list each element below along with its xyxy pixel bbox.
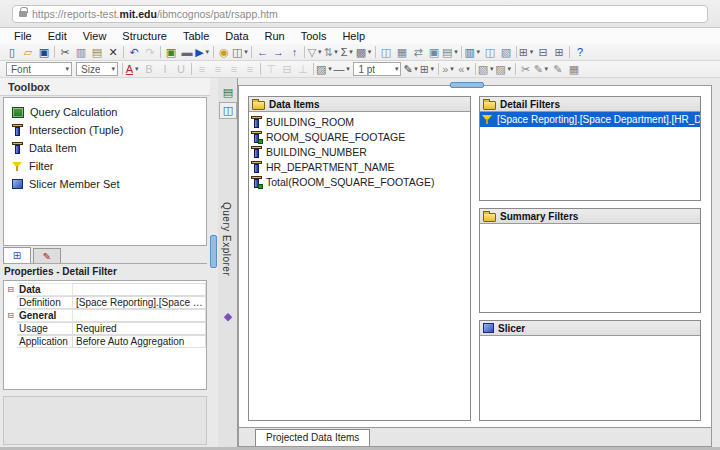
chevron-down-icon[interactable]: ▾ [326, 65, 333, 73]
align-center-button[interactable]: ≡ [210, 62, 226, 77]
copy-format-button[interactable]: ▧ [498, 45, 514, 60]
toolbox-item-data-item[interactable]: Data Item [4, 139, 206, 157]
query-explorer-button[interactable]: ◫ [219, 102, 237, 119]
cut-button[interactable]: ✂ [57, 45, 73, 60]
go-up-button[interactable]: ↑ [286, 45, 302, 60]
copy-button[interactable]: ▥ [73, 45, 89, 60]
line-style-button[interactable]: —▾ [333, 62, 351, 77]
chevron-down-icon[interactable]: ▾ [395, 65, 399, 73]
property-row-application[interactable]: ApplicationBefore Auto Aggregation [4, 335, 206, 348]
join-cells-button[interactable]: ⊞ [551, 45, 567, 60]
filter-button[interactable]: ▽▾ [307, 45, 323, 60]
property-row-general[interactable]: ⊟General [4, 309, 206, 322]
data-item-row[interactable]: BUILDING_NUMBER [249, 144, 470, 159]
save-button[interactable]: ▣ [36, 45, 52, 60]
chevron-down-icon[interactable]: ▾ [452, 48, 459, 56]
data-item-row[interactable]: Total(ROOM_SQUARE_FOOTAGE) [249, 174, 470, 189]
chevron-down-icon[interactable]: ▾ [242, 48, 249, 56]
chevron-down-icon[interactable]: ▾ [413, 65, 420, 73]
background-color-button[interactable]: ▨▾ [316, 62, 333, 77]
underline-button[interactable]: U [173, 62, 189, 77]
address-bar[interactable]: https://reports-test.mit.edu/ibmcognos/p… [12, 5, 708, 23]
swap-rows-columns-button[interactable]: ⇄ [410, 45, 426, 60]
property-row-usage[interactable]: UsageRequired [4, 322, 206, 335]
delete-button[interactable]: ✕ [105, 45, 121, 60]
headers-footers-button[interactable]: ◫ [378, 45, 394, 60]
bold-button[interactable]: B [141, 62, 157, 77]
align-middle-button[interactable]: ⊟ [279, 62, 295, 77]
indent-button[interactable]: »▾ [441, 62, 457, 77]
forward-button[interactable]: → [270, 45, 286, 60]
collapse-group-icon[interactable]: ⊟ [4, 311, 17, 320]
help-button[interactable]: ? [572, 45, 588, 60]
justify-button[interactable]: ≡ [242, 62, 258, 77]
table-grid-button[interactable]: ⊞▾ [519, 45, 535, 60]
collapse-group-icon[interactable]: ⊟ [4, 285, 17, 294]
data-item-row[interactable]: HR_DEPARTMENT_NAME [249, 159, 470, 174]
chevron-down-icon[interactable]: ▾ [543, 65, 550, 73]
section-button[interactable]: ▩▾ [356, 45, 373, 60]
chevron-down-icon[interactable]: ▾ [204, 48, 211, 56]
page-layers-button[interactable]: ▤▾ [442, 45, 459, 60]
chevron-down-icon[interactable]: ▾ [366, 48, 373, 56]
menu-view[interactable]: View [75, 30, 115, 42]
tab-toolbox[interactable]: ⊞ [3, 247, 31, 263]
line-width-combo[interactable]: 1 pt▾ [353, 62, 401, 76]
align-bottom-button[interactable]: ⊥ [295, 62, 311, 77]
chevron-down-icon[interactable]: ▾ [475, 48, 482, 56]
run-report-button[interactable]: ▶▾ [195, 45, 211, 60]
toolbox-item-intersection-tuple[interactable]: Intersection (Tuple) [4, 121, 206, 139]
chevron-down-icon[interactable]: ▾ [133, 65, 140, 73]
view-xml-button[interactable]: ▬ [179, 45, 195, 60]
chevron-down-icon[interactable]: ▾ [316, 48, 323, 56]
align-right-button[interactable]: ≡ [226, 62, 242, 77]
apply-picked-style-button[interactable]: ✎ [550, 62, 566, 77]
chevron-down-icon[interactable]: ▾ [65, 65, 69, 73]
borders-button[interactable]: ⊞▾ [420, 62, 436, 77]
align-top-button[interactable]: ⊤ [263, 62, 279, 77]
undo-button[interactable]: ↶ [126, 45, 142, 60]
italic-button[interactable]: I [157, 62, 173, 77]
summarize-button[interactable]: Σ▾ [340, 45, 356, 60]
top-splitter-collapse-handle[interactable] [450, 82, 484, 88]
data-item-row[interactable]: BUILDING_ROOM [249, 114, 470, 129]
menu-tools[interactable]: Tools [293, 30, 335, 42]
font-combo[interactable]: Font▾ [6, 62, 72, 76]
menu-help[interactable]: Help [334, 30, 373, 42]
toolbox-item-filter[interactable]: Filter [4, 157, 206, 175]
apply-layout-styles-button[interactable]: ▨▾ [495, 62, 512, 77]
chevron-down-icon[interactable]: ▾ [344, 65, 351, 73]
split-cells-button[interactable]: ⊟ [535, 45, 551, 60]
border-color-button[interactable]: ✎▾ [403, 62, 419, 77]
new-report-button[interactable]: ▯ [4, 45, 20, 60]
toolbox-item-query-calculation[interactable]: Query Calculation [4, 103, 206, 121]
chevron-down-icon[interactable]: ▾ [506, 65, 513, 73]
chevron-down-icon[interactable]: ▾ [464, 65, 471, 73]
tab-filter-edit[interactable]: ✎ [33, 248, 61, 263]
size-combo[interactable]: Size▾ [76, 62, 118, 76]
chevron-down-icon[interactable]: ▾ [488, 65, 495, 73]
style-picker-button[interactable]: ✎▾ [534, 62, 550, 77]
paste-button[interactable]: ▤ [89, 45, 105, 60]
menu-edit[interactable]: Edit [40, 30, 75, 42]
page-explorer-button[interactable]: ▤ [219, 84, 237, 101]
merge-cells-button[interactable]: ◫ [482, 45, 498, 60]
page-design-button[interactable]: ◫▾ [232, 45, 249, 60]
group-ungroup-button[interactable]: ▥▾ [464, 45, 481, 60]
tab-projected-data-items[interactable]: Projected Data Items [255, 429, 370, 446]
outdent-button[interactable]: «▾ [457, 62, 473, 77]
chevron-down-icon[interactable]: ▾ [448, 65, 455, 73]
chevron-down-icon[interactable]: ▾ [429, 65, 436, 73]
chevron-down-icon[interactable]: ▾ [333, 48, 340, 56]
menu-run[interactable]: Run [257, 30, 293, 42]
lock-page-objects-button[interactable]: ◉ [216, 45, 232, 60]
align-left-button[interactable]: ≡ [194, 62, 210, 77]
open-report-button[interactable]: ▱ [20, 45, 36, 60]
font-color-button[interactable]: A▾ [125, 62, 141, 77]
back-button[interactable]: ← [254, 45, 270, 60]
condition-explorer-button[interactable]: ◆ [219, 308, 237, 325]
property-row-definition[interactable]: Definition[Space Reporting].[Space Depar… [4, 296, 206, 309]
sort-button[interactable]: ⇅▾ [323, 45, 339, 60]
chevron-down-icon[interactable]: ▾ [348, 48, 355, 56]
splitter-collapse-handle[interactable] [210, 235, 217, 268]
